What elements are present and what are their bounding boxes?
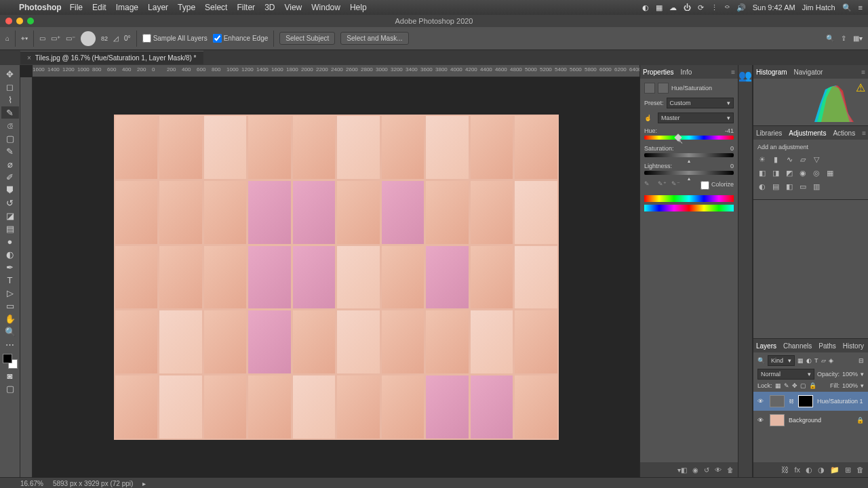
new-group-icon[interactable]: 📁	[830, 466, 840, 474]
new-adjustment-icon[interactable]: ◑	[818, 466, 825, 474]
histogram-tab[interactable]: Histogram	[756, 68, 787, 76]
lock-all-icon[interactable]: 🔒	[809, 382, 816, 389]
history-tab[interactable]: History	[843, 342, 864, 350]
layer-mask-thumb[interactable]	[798, 395, 813, 407]
finger-icon[interactable]: ☝	[644, 115, 655, 121]
invert-adj-icon[interactable]: ◐	[757, 182, 767, 191]
paths-tab[interactable]: Paths	[818, 342, 836, 350]
blur-tool[interactable]: ●	[1, 235, 19, 247]
brush-size[interactable]: 82	[101, 35, 108, 42]
bw-adj-icon[interactable]: ◩	[785, 168, 794, 178]
new-layer-icon[interactable]: ⊞	[845, 466, 851, 474]
zoom-window-button[interactable]	[27, 18, 34, 24]
menu-layer[interactable]: Layer	[148, 3, 168, 12]
hue-adj-icon[interactable]: ◧	[757, 168, 767, 178]
search-icon[interactable]: 🔍	[826, 35, 834, 42]
photofilter-adj-icon[interactable]: ◉	[798, 168, 808, 178]
dodge-tool[interactable]: ◐	[1, 248, 19, 260]
channelmixer-adj-icon[interactable]: ◎	[812, 168, 821, 178]
document-canvas[interactable]	[114, 115, 559, 440]
status-icon[interactable]: ⋮	[711, 3, 718, 12]
navigator-tab[interactable]: Navigator	[794, 68, 823, 76]
home-icon[interactable]: ⌂	[5, 35, 9, 42]
layer-name[interactable]: Background	[789, 417, 821, 424]
quickselect-add-icon[interactable]: ▭⁺	[51, 35, 60, 42]
eyedropper-icon[interactable]: ✎	[644, 180, 654, 190]
delete-layer-icon[interactable]: 🗑	[856, 466, 864, 474]
menu-edit[interactable]: Edit	[92, 3, 106, 12]
menu-filter[interactable]: Filter	[237, 3, 255, 12]
zoom-tool[interactable]: 🔍	[1, 325, 19, 338]
edit-toolbar[interactable]: ⋯	[1, 338, 19, 350]
lock-position-icon[interactable]: ✥	[792, 382, 797, 389]
status-icon[interactable]: ⏻	[684, 3, 691, 12]
gradient-tool[interactable]: ▤	[1, 222, 19, 235]
crop-tool[interactable]: ⟃	[1, 119, 19, 131]
document-tab[interactable]: × Tiles.jpg @ 16.7% (Hue/Saturation 1, L…	[20, 51, 203, 64]
layer-mask-icon[interactable]: ◐	[806, 466, 812, 474]
history-brush-tool[interactable]: ↺	[1, 197, 19, 209]
workspace-icon[interactable]: ▦▾	[853, 35, 863, 42]
layers-tab[interactable]: Layers	[756, 342, 776, 350]
app-name[interactable]: Photoshop	[19, 3, 62, 12]
menu-type[interactable]: Type	[178, 3, 195, 12]
eyedropper-tool[interactable]: ✎	[1, 145, 19, 157]
preset-select[interactable]: Custom▾	[667, 98, 734, 108]
move-tool[interactable]: ✥	[1, 68, 19, 80]
lock-image-icon[interactable]: ✎	[784, 382, 789, 389]
angle-value[interactable]: 0°	[124, 35, 131, 42]
saturation-slider[interactable]: ▴	[644, 153, 734, 157]
menu-view[interactable]: View	[284, 3, 302, 12]
zoom-level[interactable]: 16.67%	[20, 480, 43, 487]
adjustment-thumb[interactable]	[770, 395, 785, 407]
close-window-button[interactable]	[5, 18, 12, 24]
vertical-ruler[interactable]	[20, 77, 33, 477]
wifi-icon[interactable]: ⌔	[725, 3, 730, 12]
lightness-slider[interactable]: ▴	[644, 171, 734, 175]
visibility-icon[interactable]: 👁	[757, 417, 766, 424]
panel-menu-icon[interactable]: ≡	[861, 68, 865, 76]
type-tool[interactable]: T	[1, 274, 19, 286]
status-icon[interactable]: ⟳	[698, 3, 704, 12]
colorlookup-adj-icon[interactable]: ▦	[825, 168, 835, 178]
hue-slider[interactable]	[644, 136, 734, 140]
colorize-checkbox[interactable]: Colorize	[701, 181, 734, 190]
filter-smart-icon[interactable]: ◈	[829, 357, 833, 364]
selectivecolor-adj-icon[interactable]: ▥	[812, 182, 821, 191]
control-center-icon[interactable]: ≡	[859, 3, 863, 12]
visibility-icon[interactable]: 👁	[757, 398, 766, 405]
menu-help[interactable]: Help	[350, 3, 367, 12]
colorbalance-adj-icon[interactable]: ◨	[771, 168, 781, 178]
trash-icon[interactable]: 🗑	[727, 466, 734, 474]
curves-adj-icon[interactable]: ∿	[785, 155, 794, 164]
fill-value[interactable]: 100%	[842, 382, 858, 389]
link-icon[interactable]: ⛓	[789, 399, 794, 405]
brush-preview[interactable]	[81, 31, 96, 46]
angle-icon[interactable]: ◿	[113, 35, 119, 42]
hand-tool[interactable]: ✋	[1, 312, 19, 325]
libraries-tab[interactable]: Libraries	[756, 129, 782, 137]
screenmode-tool[interactable]: ▢	[1, 382, 19, 394]
filter-icon[interactable]: 🔍	[757, 357, 765, 364]
panel-menu-icon[interactable]: ≡	[731, 68, 735, 76]
hue-value[interactable]: -41	[725, 127, 734, 134]
collapsed-panel-icon[interactable]: 👥	[738, 69, 752, 82]
shape-tool[interactable]: ▭	[1, 300, 19, 312]
vibrance-adj-icon[interactable]: ▽	[812, 155, 821, 164]
spotlight-icon[interactable]: 🔍	[842, 3, 852, 12]
clip-to-layer-icon[interactable]: ▾◧	[677, 466, 687, 474]
pen-tool[interactable]: ✒	[1, 261, 19, 273]
document-dimensions[interactable]: 5893 px x 3929 px (72 ppi)	[53, 480, 133, 487]
view-previous-icon[interactable]: ◉	[692, 466, 698, 474]
layer-style-icon[interactable]: fx	[794, 466, 800, 474]
link-layers-icon[interactable]: ⛓	[781, 466, 789, 474]
quickselect-new-icon[interactable]: ▭	[39, 35, 45, 42]
channels-tab[interactable]: Channels	[783, 342, 812, 350]
layer-item[interactable]: 👁 ⛓ Hue/Saturation 1	[753, 392, 868, 411]
filter-adj-icon[interactable]: ◐	[806, 357, 812, 364]
layer-filter-select[interactable]: Kind▾	[768, 355, 795, 366]
eraser-tool[interactable]: ◪	[1, 209, 19, 222]
adjustments-tab[interactable]: Adjustments	[789, 129, 826, 137]
layer-name[interactable]: Hue/Saturation 1	[817, 398, 863, 405]
apple-menu-icon[interactable]	[5, 2, 16, 13]
